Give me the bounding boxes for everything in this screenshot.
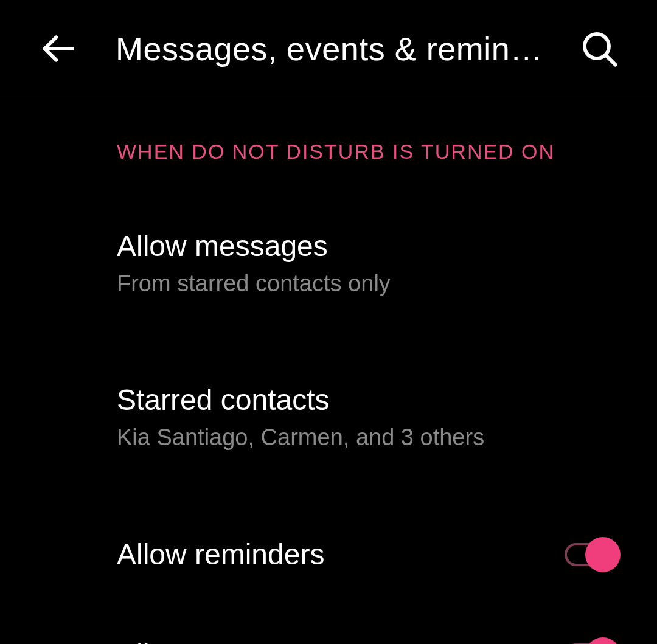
starred-contacts-row[interactable]: Starred contacts Kia Santiago, Carmen, a… [0, 360, 657, 474]
allow-reminders-toggle[interactable] [565, 537, 620, 572]
allow-reminders-row[interactable]: Allow reminders [0, 505, 657, 605]
allow-messages-title: Allow messages [117, 227, 620, 265]
toggle-thumb [585, 637, 620, 644]
search-icon [580, 29, 619, 68]
allow-messages-text: Allow messages From starred contacts onl… [117, 227, 620, 299]
allow-events-toggle[interactable] [565, 637, 620, 644]
spacer [0, 474, 657, 505]
allow-messages-row[interactable]: Allow messages From starred contacts onl… [0, 206, 657, 320]
allow-events-row[interactable]: Allow events [0, 605, 657, 644]
back-button[interactable] [36, 27, 79, 70]
toggle-thumb [585, 537, 620, 572]
starred-contacts-text: Starred contacts Kia Santiago, Carmen, a… [117, 381, 620, 453]
page-title: Messages, events & reminders [116, 30, 578, 68]
settings-content: WHEN DO NOT DISTURB IS TURNED ON Allow m… [0, 97, 657, 644]
allow-events-text: Allow events [117, 636, 565, 644]
app-header: Messages, events & reminders [0, 0, 657, 97]
starred-contacts-subtitle: Kia Santiago, Carmen, and 3 others [117, 423, 620, 452]
starred-contacts-title: Starred contacts [117, 381, 620, 419]
allow-events-title: Allow events [117, 636, 565, 644]
arrow-left-icon [38, 29, 77, 68]
allow-messages-subtitle: From starred contacts only [117, 269, 620, 299]
search-button[interactable] [578, 27, 620, 70]
section-header: WHEN DO NOT DISTURB IS TURNED ON [0, 140, 657, 164]
allow-reminders-text: Allow reminders [117, 536, 565, 573]
svg-line-2 [606, 55, 616, 64]
allow-reminders-title: Allow reminders [117, 536, 565, 573]
spacer [0, 320, 657, 360]
